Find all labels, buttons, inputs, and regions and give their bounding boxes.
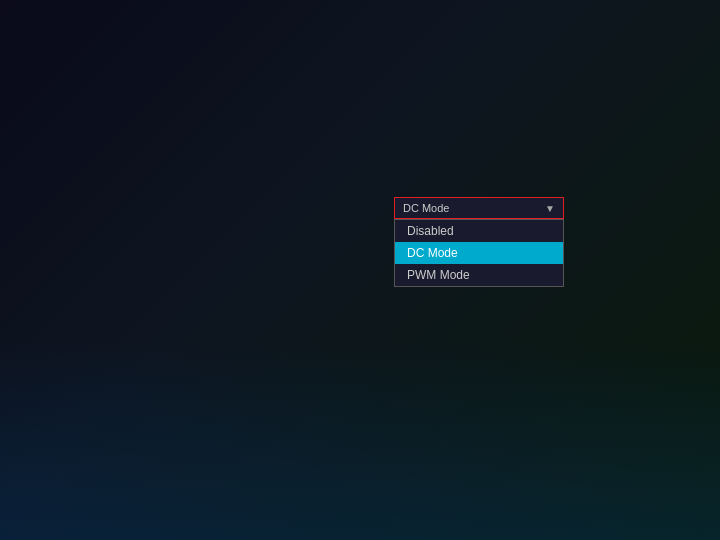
ext-fan2-qfan-select[interactable]: DC Mode ▼: [394, 197, 564, 219]
dropdown-dcmode[interactable]: DC Mode: [395, 242, 563, 264]
ext-fan2-qfan-dropdown-menu: Disabled DC Mode PWM Mode: [394, 219, 564, 287]
dropdown-disabled[interactable]: Disabled: [395, 220, 563, 242]
ext-fan2-qfan-dropdown-container: DC Mode ▼ Disabled DC Mode PWM Mode: [394, 197, 564, 219]
dropdown-pwmmode[interactable]: PWM Mode: [395, 264, 563, 286]
